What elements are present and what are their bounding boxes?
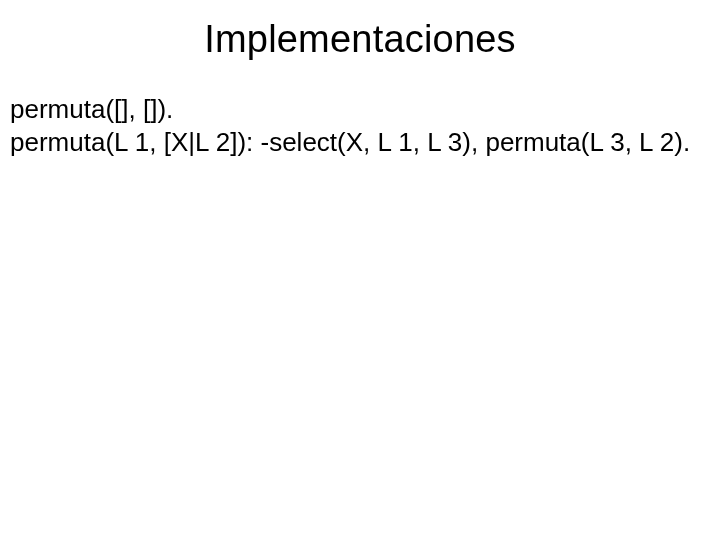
slide-body: permuta([], []). permuta(L 1, [X|L 2]): …	[0, 93, 720, 160]
code-line-1: permuta([], []).	[10, 93, 710, 126]
slide: Implementaciones permuta([], []). permut…	[0, 0, 720, 540]
code-line-2: permuta(L 1, [X|L 2]): -select(X, L 1, L…	[10, 126, 710, 159]
slide-title: Implementaciones	[0, 0, 720, 93]
